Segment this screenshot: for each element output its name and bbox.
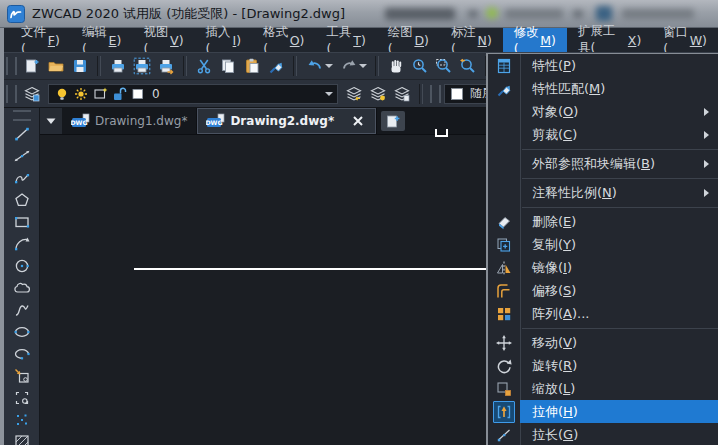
- array-icon: [495, 305, 513, 323]
- menu-item-label: 拉长(G): [532, 426, 578, 444]
- menu-item-l[interactable]: 缩放(L): [488, 377, 718, 400]
- copy-doc-button[interactable]: [216, 54, 240, 78]
- toolbar-grip[interactable]: [13, 110, 31, 121]
- menu-item-label: 缩放(L): [532, 380, 575, 398]
- save-button[interactable]: [68, 54, 92, 78]
- document-tab-1[interactable]: DWGDrawing1.dwg*: [62, 108, 197, 134]
- menubar-item-o[interactable]: 格式(O): [252, 28, 315, 52]
- insert-block-tool-button[interactable]: [10, 365, 34, 387]
- menu-item-label: 外部参照和块编辑(B): [532, 155, 655, 173]
- menu-item-e[interactable]: 删除(E): [488, 210, 718, 233]
- menu-item-label: 拉伸(H): [532, 403, 578, 421]
- zoom-window-button[interactable]: [432, 54, 456, 78]
- menu-item-icon-cell: [488, 54, 520, 77]
- menu-item-i[interactable]: 镜像(I): [488, 256, 718, 279]
- circle-tool-button[interactable]: [10, 255, 34, 277]
- menu-item-icon-cell: [488, 423, 520, 445]
- properties-palette-icon: [495, 57, 513, 75]
- layer-state-icon: [369, 85, 387, 103]
- menu-item-m[interactable]: 特性匹配(M): [488, 77, 718, 100]
- layer-prev-button[interactable]: [342, 82, 366, 106]
- menubar-item-n[interactable]: 标注(N): [440, 28, 503, 52]
- undo-button[interactable]: [302, 54, 336, 78]
- paste-icon: [243, 57, 261, 75]
- ellipse-tool-button[interactable]: [10, 321, 34, 343]
- drawn-line[interactable]: [134, 268, 486, 270]
- menu-item-g[interactable]: 拉长(G): [488, 423, 718, 445]
- layer-combobox[interactable]: 0: [48, 84, 338, 104]
- menu-item-icon-cell: [488, 279, 520, 302]
- spline-tool-button[interactable]: [10, 299, 34, 321]
- new-tab-button[interactable]: [381, 111, 405, 131]
- format-painter-button[interactable]: [264, 54, 288, 78]
- menubar-item-w[interactable]: 窗口(W): [652, 28, 718, 52]
- menu-item-c[interactable]: 剪裁(C): [488, 123, 718, 146]
- tab-list-button[interactable]: [40, 108, 62, 134]
- chevron-down-icon[interactable]: [359, 64, 367, 68]
- layer-isolate-icon: [393, 85, 411, 103]
- close-tab-button[interactable]: [349, 112, 367, 130]
- menubar-item-t[interactable]: 工具(T): [316, 28, 377, 52]
- plot-button[interactable]: [154, 54, 178, 78]
- menubar-item-i[interactable]: 插入(I): [195, 28, 253, 52]
- point-tool-button[interactable]: [10, 409, 34, 431]
- menu-item-o[interactable]: 对象(O): [488, 100, 718, 123]
- zoom-previous-button[interactable]: [456, 54, 480, 78]
- toolbar-separator: [183, 56, 187, 76]
- menubar-item-e[interactable]: 编辑(E): [71, 28, 133, 52]
- layer-isolate-button[interactable]: [390, 82, 414, 106]
- print-button[interactable]: [106, 54, 130, 78]
- menu-item-y[interactable]: 复制(Y): [488, 233, 718, 256]
- menu-item-a[interactable]: 阵列(A)...: [488, 302, 718, 325]
- pan-button[interactable]: [384, 54, 408, 78]
- line-tool-button[interactable]: [10, 123, 34, 145]
- revision-cloud-tool-button[interactable]: [10, 277, 34, 299]
- menu-item-label: 剪裁(C): [532, 126, 577, 144]
- offset-icon: [495, 282, 513, 300]
- tab-label: Drawing2.dwg*: [230, 114, 334, 128]
- open-button[interactable]: [44, 54, 68, 78]
- submenu-arrow-icon: [704, 108, 709, 116]
- copy-doc-icon: [219, 57, 237, 75]
- hatch-tool-button[interactable]: [10, 431, 34, 445]
- insert-block-icon: [13, 367, 31, 385]
- blurred-item: [596, 6, 612, 21]
- layer-state-button[interactable]: [366, 82, 390, 106]
- chevron-down-icon[interactable]: [325, 64, 333, 68]
- menubar-item-v[interactable]: 视图(V): [132, 28, 194, 52]
- menu-item-label: 移动(V): [532, 334, 577, 352]
- toolbar-grip[interactable]: [6, 57, 17, 75]
- construction-line-tool-button[interactable]: [10, 145, 34, 167]
- ellipse-arc-tool-button[interactable]: [10, 343, 34, 365]
- make-block-tool-button[interactable]: [10, 387, 34, 409]
- menubar-item-d[interactable]: 绘图(D): [377, 28, 440, 52]
- print-preview-button[interactable]: [130, 54, 154, 78]
- menu-item-s[interactable]: 偏移(S): [488, 279, 718, 302]
- arc-tool-button[interactable]: [10, 233, 34, 255]
- menu-item-h[interactable]: 拉伸(H): [488, 400, 718, 423]
- redo-button[interactable]: [336, 54, 370, 78]
- document-tab-2[interactable]: DWGDrawing2.dwg*: [197, 108, 377, 134]
- menu-item-n[interactable]: 注释性比例(N): [488, 181, 718, 204]
- menu-item-b[interactable]: 外部参照和块编辑(B): [488, 152, 718, 175]
- cut-button[interactable]: [192, 54, 216, 78]
- toolbar-grip[interactable]: [430, 85, 441, 103]
- menubar-item-f[interactable]: 文件(F): [10, 28, 71, 52]
- menu-item-v[interactable]: 移动(V): [488, 331, 718, 354]
- chevron-down-icon[interactable]: [325, 92, 333, 96]
- menu-item-r[interactable]: 旋转(R): [488, 354, 718, 377]
- svg-text:DWG: DWG: [71, 119, 88, 126]
- zoom-realtime-icon: [411, 57, 429, 75]
- rectangle-tool-button[interactable]: [10, 211, 34, 233]
- paste-button[interactable]: [240, 54, 264, 78]
- polygon-tool-button[interactable]: [10, 189, 34, 211]
- menu-item-p[interactable]: 特性(P): [488, 54, 718, 77]
- zoom-realtime-button[interactable]: [408, 54, 432, 78]
- toolbar-grip[interactable]: [6, 85, 17, 103]
- menubar-item-m[interactable]: 修改(M): [503, 28, 567, 52]
- layer-manager-button[interactable]: [20, 82, 44, 106]
- submenu-arrow-icon: [704, 189, 709, 197]
- menubar-item-x[interactable]: 扩展工具(X): [567, 28, 652, 52]
- polyline-tool-button[interactable]: [10, 167, 34, 189]
- new-button[interactable]: [20, 54, 44, 78]
